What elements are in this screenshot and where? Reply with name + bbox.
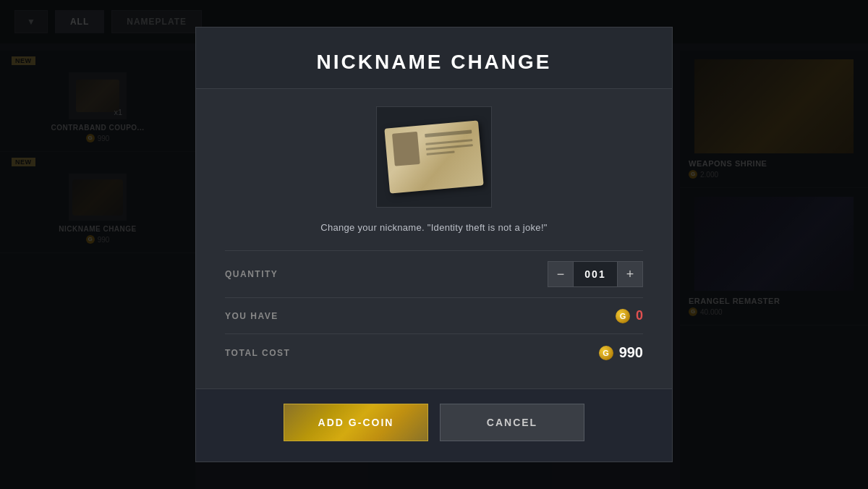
- modal-footer: ADD G-COIN CANCEL: [196, 388, 672, 462]
- total-cost-label: TOTAL COST: [225, 348, 290, 358]
- total-cost-value-group: G 990: [599, 344, 643, 361]
- you-have-label: YOU HAVE: [225, 311, 278, 321]
- modal-item-image: [376, 106, 492, 208]
- modal-title: NICKNAME CHANGE: [225, 51, 643, 74]
- you-have-value-group: G 0: [616, 308, 643, 323]
- id-card-line-3: [427, 150, 455, 155]
- quantity-display: 001: [574, 261, 617, 287]
- quantity-row: QUANTITY − 001 +: [225, 250, 643, 297]
- quantity-control: − 001 +: [548, 261, 643, 287]
- modal-header: NICKNAME CHANGE: [196, 27, 672, 89]
- cancel-button[interactable]: CANCEL: [440, 404, 584, 441]
- quantity-value-group: − 001 +: [548, 261, 643, 287]
- modal-description: Change your nickname. "Identity theft is…: [225, 222, 643, 233]
- id-card-visual: [384, 121, 483, 194]
- you-have-amount: 0: [636, 308, 643, 323]
- modal-body: Change your nickname. "Identity theft is…: [196, 89, 672, 388]
- increase-quantity-button[interactable]: +: [617, 261, 643, 287]
- total-cost-row: TOTAL COST G 990: [225, 333, 643, 371]
- decrease-quantity-button[interactable]: −: [548, 261, 574, 287]
- id-card-line-2: [426, 144, 473, 150]
- total-cost-amount: 990: [619, 344, 643, 361]
- add-gcoin-button[interactable]: ADD G-COIN: [284, 404, 428, 441]
- id-card-lines: [425, 139, 473, 156]
- total-cost-coin-icon: G: [599, 346, 613, 360]
- nickname-change-modal: NICKNAME CHANGE Change your nickname. "I…: [195, 27, 673, 462]
- you-have-coin-icon: G: [616, 309, 630, 323]
- you-have-row: YOU HAVE G 0: [225, 297, 643, 333]
- quantity-label: QUANTITY: [225, 269, 278, 279]
